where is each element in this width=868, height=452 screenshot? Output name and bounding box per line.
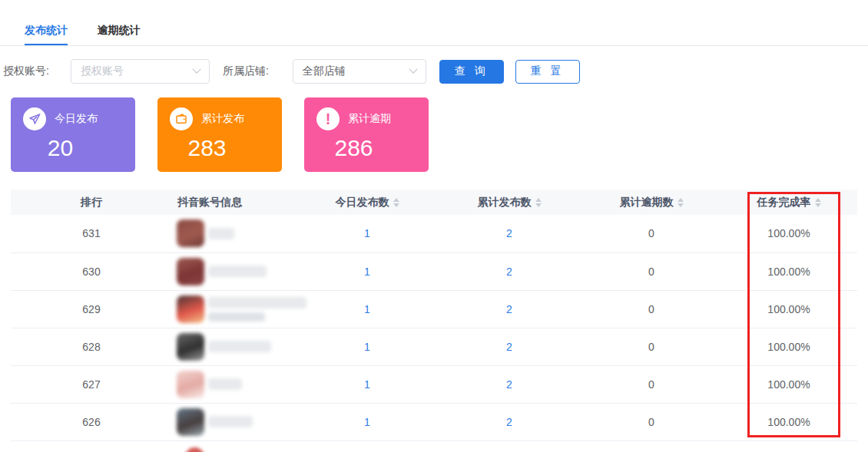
overdue-count-cell: 0 <box>582 365 721 403</box>
overdue-count-cell: 0 <box>582 290 721 328</box>
completion-rate-cell: 100.00% <box>721 365 857 403</box>
overdue-count-cell: 0 <box>582 328 721 365</box>
account-filter-label: 授权账号: <box>3 64 49 78</box>
tab-publish-stats[interactable]: 发布统计 <box>25 23 68 45</box>
rank-cell: 629 <box>11 290 172 328</box>
stat-card-today-publish: 今日发布 20 <box>11 97 135 172</box>
account-select-placeholder: 授权账号 <box>81 64 124 78</box>
cumulative-count-link[interactable]: 2 <box>506 341 512 353</box>
today-count-link[interactable]: 1 <box>364 303 370 315</box>
exclamation-icon: ! <box>316 107 340 130</box>
overdue-count-cell: 0 <box>582 252 721 290</box>
sort-caret-icon[interactable] <box>535 198 542 207</box>
overdue-count-cell: 0 <box>582 215 721 252</box>
overdue-count-cell: 0 <box>582 403 721 440</box>
account-cell <box>172 215 298 252</box>
completion-rate-cell: 100.00% <box>721 290 857 328</box>
completion-rate-cell: 100.00% <box>721 328 857 365</box>
tab-overdue-stats[interactable]: 逾期统计 <box>97 23 140 45</box>
cumulative-count-link[interactable]: 2 <box>506 416 512 428</box>
account-name-redacted <box>208 266 267 277</box>
sort-caret-icon[interactable] <box>815 198 821 207</box>
cumulative-count-link[interactable]: 2 <box>506 378 512 391</box>
account-name-redacted <box>208 341 271 352</box>
col-header-account: 抖音账号信息 <box>172 190 298 215</box>
col-header-today-count[interactable]: 今日发布数 <box>298 190 436 215</box>
account-name-redacted <box>208 228 234 239</box>
account-name-redacted <box>208 297 306 322</box>
table-header-row: 排行 抖音账号信息 今日发布数 累计发布数 累计逾期数 任务完成率 <box>11 190 857 215</box>
wallet-icon <box>170 107 193 130</box>
today-count-link[interactable]: 1 <box>364 416 370 428</box>
stat-card-cumulative-publish: 累计发布 283 <box>157 97 282 172</box>
today-count-link[interactable]: 1 <box>364 227 370 239</box>
chevron-down-icon <box>409 65 417 74</box>
stat-card-cumulative-overdue: ! 累计逾期 286 <box>304 97 429 172</box>
sort-caret-icon[interactable] <box>393 198 399 207</box>
rank-cell: 630 <box>11 252 172 290</box>
table-row: 628 1 2 0 100.00% <box>11 328 857 365</box>
account-cell <box>172 403 298 440</box>
rank-cell: 628 <box>11 328 172 365</box>
stat-label: 累计发布 <box>201 112 244 126</box>
table-row: 631 1 2 0 100.00% <box>11 215 857 252</box>
rank-cell: 627 <box>11 365 172 403</box>
tabs-bar: 发布统计 逾期统计 <box>0 0 868 46</box>
stat-cards: 今日发布 20 累计发布 283 ! <box>11 97 868 172</box>
shop-select-value: 全部店铺 <box>303 64 346 78</box>
cumulative-count-link[interactable]: 2 <box>506 227 512 239</box>
stat-label: 累计逾期 <box>348 112 391 126</box>
chevron-down-icon <box>192 65 200 74</box>
rank-cell: 626 <box>11 403 172 440</box>
account-name-redacted <box>208 416 253 427</box>
stat-value: 286 <box>316 136 391 160</box>
col-header-cumulative-count[interactable]: 累计发布数 <box>436 190 582 215</box>
account-cell <box>172 328 298 365</box>
today-count-link[interactable]: 1 <box>364 266 370 278</box>
completion-rate-cell: 100.00% <box>721 215 857 252</box>
table-row: 626 1 2 0 100.00% <box>11 403 857 440</box>
search-button[interactable]: 查 询 <box>439 60 504 84</box>
account-cell <box>172 290 298 328</box>
account-select[interactable]: 授权账号 <box>71 59 210 84</box>
account-avatar-redacted <box>177 258 204 285</box>
stat-value: 283 <box>170 136 244 160</box>
filter-bar: 授权账号: 授权账号 所属店铺: 全部店铺 查 询 重 置 <box>3 59 868 84</box>
reset-button[interactable]: 重 置 <box>515 60 580 84</box>
account-cell <box>172 252 298 290</box>
partial-next-row-avatar <box>185 447 204 452</box>
today-count-link[interactable]: 1 <box>364 378 370 391</box>
account-avatar-redacted <box>177 295 204 323</box>
rank-cell: 631 <box>11 215 172 252</box>
table-row: 629 1 2 0 100.00% <box>11 290 857 328</box>
table-row: 627 1 2 0 100.00% <box>11 365 857 403</box>
completion-rate-cell: 100.00% <box>721 403 857 440</box>
account-avatar-redacted <box>177 371 204 398</box>
shop-select[interactable]: 全部店铺 <box>293 59 426 84</box>
today-count-link[interactable]: 1 <box>364 341 370 353</box>
paper-plane-icon <box>23 107 46 130</box>
shop-filter-label: 所属店铺: <box>223 64 269 78</box>
cumulative-count-link[interactable]: 2 <box>506 303 512 315</box>
account-avatar-redacted <box>177 219 204 247</box>
account-cell <box>172 365 298 403</box>
completion-rate-cell: 100.00% <box>721 252 857 290</box>
table-row: 630 1 2 0 100.00% <box>11 252 857 290</box>
cumulative-count-link[interactable]: 2 <box>506 266 512 278</box>
account-avatar-redacted <box>177 333 204 361</box>
account-avatar-redacted <box>177 408 204 436</box>
col-header-overdue-count[interactable]: 累计逾期数 <box>582 190 721 215</box>
col-header-completion-rate[interactable]: 任务完成率 <box>721 190 857 215</box>
stat-label: 今日发布 <box>55 112 98 126</box>
account-name-redacted <box>208 378 242 390</box>
col-header-rank: 排行 <box>11 190 172 215</box>
ranking-table: 排行 抖音账号信息 今日发布数 累计发布数 累计逾期数 任务完成率 631 1 … <box>11 190 857 441</box>
stat-value: 20 <box>23 136 98 160</box>
sort-caret-icon[interactable] <box>678 198 684 207</box>
